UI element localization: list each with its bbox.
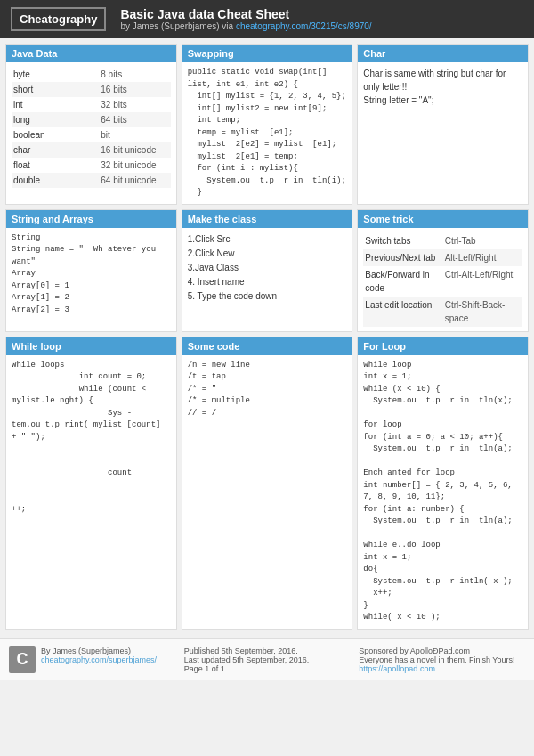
logo: Cheatography [11,7,106,31]
trick-action: Previous/Next tab [363,249,442,266]
some-code-body: /n = new line /t = tap /* = " /* = multi… [182,355,352,425]
java-data-table: byte8 bitsshort16 bitsint32 bitslong64 b… [12,67,171,188]
trick-action: Back/Forward in code [363,266,442,297]
java-data-type: int [12,97,99,112]
while-loop-header: While loop [6,337,176,355]
java-data-row: float32 bit unicode [12,158,171,173]
footer-page: Page 1 of 1. [184,664,351,673]
java-data-row: char16 bit unicode [12,142,171,158]
java-data-row: int32 bits [12,97,171,112]
footer-logo-icon: C [9,646,36,673]
trick-shortcut: Ctrl-Tab [443,232,522,249]
while-loop-code: While loops int count = 0; while (count … [12,360,171,516]
footer-author-name: By James (Superbjames) [41,646,157,655]
char-body: Char is same with string but char for on… [358,62,528,111]
footer-updated: Last updated 5th September, 2016. [184,655,351,664]
some-code-section: Some code /n = new line /t = tap /* = " … [182,337,353,630]
header: Cheatography Basic Java data Cheat Sheet… [0,0,534,38]
java-data-section: Java Data byte8 bitsshort16 bitsint32 bi… [5,44,177,205]
footer-author-link[interactable]: cheatography.com/superbjames/ [41,655,157,664]
for-loop-header: For Loop [358,337,528,355]
trick-row: Last edit locationCtrl-Shift-Back-space [363,297,522,327]
java-data-value: 32 bits [99,97,170,112]
trick-row: Switch tabsCtrl-Tab [363,232,522,249]
char-text: Char is same with string but char for on… [363,67,522,107]
swapping-section: Swapping public static void swap(int[] l… [182,44,353,205]
for-loop-section: For Loop while loop int x = 1; while (x … [357,337,529,630]
string-arrays-body: String String name = " Wh atever you wan… [6,228,176,321]
footer-publish-info: Published 5th September, 2016. Last upda… [184,646,351,673]
subtitle-text: by James (Superbjames) via [120,21,233,31]
make-class-item: 2.Click New [188,247,347,261]
trick-shortcut: Ctrl-Alt-Left/Right [443,266,522,297]
some-trick-section: Some trick Switch tabsCtrl-TabPrevious/N… [357,209,529,332]
main-content: Java Data byte8 bitsshort16 bitsint32 bi… [0,38,534,635]
make-class-items: 1.Click Src2.Click New3.Java Class4. Ins… [188,232,347,304]
footer-sponsor-sub: Everyone has a novel in them. Finish You… [359,655,525,664]
some-trick-header: Some trick [358,210,528,228]
string-arrays-header: String and Arrays [6,210,176,228]
char-header: Char [358,45,528,62]
some-trick-body: Switch tabsCtrl-TabPrevious/Next tabAlt-… [358,228,528,331]
header-subtitle: by James (Superbjames) via cheatography.… [120,21,371,31]
footer-sponsor-link[interactable]: https://apollopad.com [359,664,525,673]
footer: C By James (Superbjames) cheatography.co… [0,638,534,680]
trick-table: Switch tabsCtrl-TabPrevious/Next tabAlt-… [363,232,522,327]
swapping-body: public static void swap(int[] list, int … [182,62,352,204]
trick-action: Switch tabs [363,232,442,249]
java-data-row: booleanbit [12,127,171,142]
java-data-value: bit [99,127,170,142]
java-data-row: double64 bit unicode [12,173,171,188]
while-loop-body: While loops int count = 0; while (count … [6,355,176,521]
logo-text: Cheatography [20,12,97,26]
java-data-row: long64 bits [12,112,171,127]
java-data-value: 16 bit unicode [99,142,170,158]
swapping-code: public static void swap(int[] list, int … [188,67,347,199]
while-loop-section: While loop While loops int count = 0; wh… [5,337,177,630]
java-data-type: boolean [12,127,99,142]
footer-sponsor-text: Sponsored by ApolloÐPad.com [359,646,525,655]
java-data-type: double [12,173,99,188]
make-class-item: 3.Java Class [188,261,347,275]
trick-shortcut: Alt-Left/Right [443,249,522,266]
java-data-value: 8 bits [99,67,170,82]
make-class-item: 4. Insert name [188,275,347,289]
make-class-header: Make the class [182,210,352,228]
header-info: Basic Java data Cheat Sheet by James (Su… [120,7,371,31]
java-data-body: byte8 bitsshort16 bitsint32 bitslong64 b… [6,62,176,192]
trick-action: Last edit location [363,297,442,327]
java-data-type: short [12,82,99,97]
footer-author-section: C By James (Superbjames) cheatography.co… [9,646,175,673]
make-class-section: Make the class 1.Click Src2.Click New3.J… [182,209,353,332]
make-class-body: 1.Click Src2.Click New3.Java Class4. Ins… [182,228,352,308]
for-loop-code: while loop int x = 1; while (x < 10) { S… [363,360,522,624]
java-data-value: 16 bits [99,82,170,97]
header-link[interactable]: cheatography.com/30215/cs/8970/ [236,21,372,31]
make-class-item: 1.Click Src [188,232,347,247]
java-data-value: 64 bits [99,112,170,127]
java-data-type: float [12,158,99,173]
java-data-value: 64 bit unicode [99,173,170,188]
trick-shortcut: Ctrl-Shift-Back-space [443,297,522,327]
page-title: Basic Java data Cheat Sheet [120,7,371,21]
footer-sponsor: Sponsored by ApolloÐPad.com Everyone has… [359,646,525,673]
string-arrays-section: String and Arrays String String name = "… [5,209,177,332]
make-class-item: 5. Type the code down [188,289,347,304]
for-loop-body: while loop int x = 1; while (x < 10) { S… [358,355,528,629]
swapping-header: Swapping [182,45,352,62]
trick-row: Back/Forward in codeCtrl-Alt-Left/Right [363,266,522,297]
java-data-type: long [12,112,99,127]
java-data-type: byte [12,67,99,82]
footer-author-info: By James (Superbjames) cheatography.com/… [41,646,157,664]
footer-published: Published 5th September, 2016. [184,646,351,655]
java-data-row: short16 bits [12,82,171,97]
java-data-type: char [12,142,99,158]
java-data-row: byte8 bits [12,67,171,82]
java-data-value: 32 bit unicode [99,158,170,173]
some-code-code: /n = new line /t = tap /* = " /* = multi… [188,360,347,420]
trick-row: Previous/Next tabAlt-Left/Right [363,249,522,266]
char-section: Char Char is same with string but char f… [357,44,529,205]
some-code-header: Some code [182,337,352,355]
java-data-header: Java Data [6,45,176,62]
string-arrays-code: String String name = " Wh atever you wan… [12,232,171,317]
